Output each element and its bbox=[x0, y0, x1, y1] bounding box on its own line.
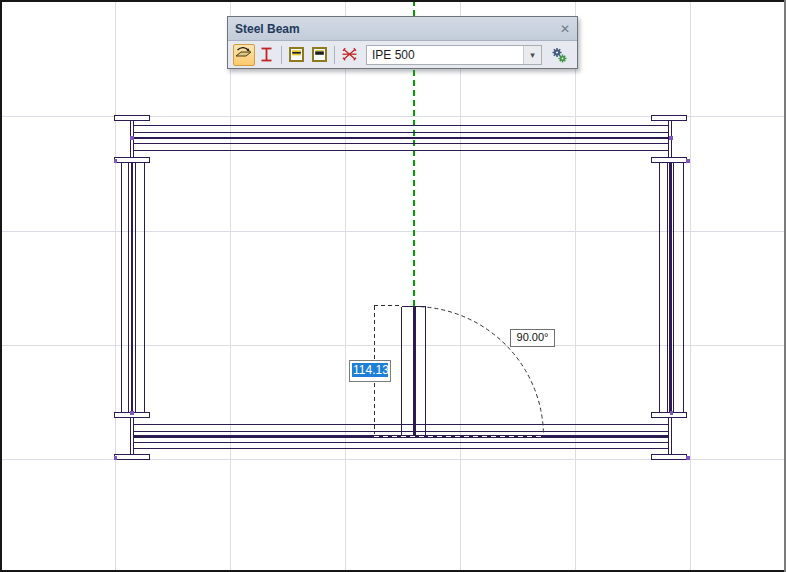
dimension-value: 114.13 bbox=[352, 363, 388, 377]
new-beam-preview[interactable] bbox=[402, 307, 426, 439]
settings-button[interactable] bbox=[548, 44, 570, 66]
toolbar-body: IPE 500 ▾ bbox=[228, 41, 577, 68]
beam-section-button[interactable] bbox=[256, 44, 278, 66]
toolbar-titlebar[interactable]: Steel Beam ✕ bbox=[228, 17, 577, 41]
steel-beam-toolbar: Steel Beam ✕ bbox=[227, 16, 578, 69]
profile-value: IPE 500 bbox=[367, 48, 523, 62]
window-border-left bbox=[0, 0, 2, 572]
split-beam-button[interactable] bbox=[339, 44, 361, 66]
justify-top-button[interactable] bbox=[286, 44, 308, 66]
toolbar-title: Steel Beam bbox=[235, 22, 300, 36]
close-icon[interactable]: ✕ bbox=[560, 23, 570, 35]
angle-arc bbox=[414, 307, 544, 437]
window-border-top bbox=[0, 0, 786, 2]
toolbar-separator bbox=[281, 46, 282, 64]
chevron-down-icon[interactable]: ▾ bbox=[523, 46, 541, 64]
toolbar-separator bbox=[334, 46, 335, 64]
construction-lines bbox=[374, 306, 544, 437]
angle-label[interactable]: 90.00° bbox=[510, 329, 555, 347]
draw-beam-button[interactable] bbox=[233, 44, 255, 66]
split-icon bbox=[341, 46, 358, 63]
dimension-input[interactable]: 114.13 bbox=[349, 360, 391, 382]
justify-frame-button[interactable] bbox=[309, 44, 331, 66]
cad-application-window: 114.13 90.00° Steel Beam ✕ bbox=[0, 0, 786, 572]
justify-frame-icon bbox=[311, 46, 328, 63]
profile-select[interactable]: IPE 500 ▾ bbox=[366, 45, 542, 65]
grid-lines bbox=[2, 2, 784, 570]
steel-beam-right[interactable] bbox=[660, 163, 684, 413]
i-beam-icon bbox=[258, 46, 275, 63]
justify-top-icon bbox=[288, 46, 305, 63]
gears-icon bbox=[549, 46, 569, 64]
drawing-canvas[interactable] bbox=[0, 0, 786, 572]
beam-draw-icon bbox=[235, 46, 252, 63]
steel-beam-top[interactable] bbox=[133, 126, 669, 151]
steel-beam-left[interactable] bbox=[122, 163, 145, 413]
